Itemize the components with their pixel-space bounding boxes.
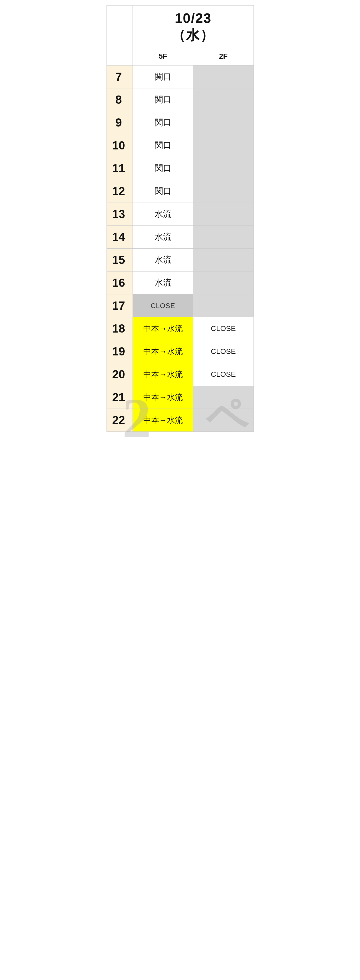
- time-cell-19: 19: [106, 340, 133, 363]
- f5-cell-17: CLOSE: [133, 294, 193, 317]
- floor-label-empty: [106, 47, 133, 65]
- f5-cell-11: 関口: [133, 157, 193, 180]
- time-cell-17: 17: [106, 294, 133, 317]
- f5-cell-10: 関口: [133, 134, 193, 157]
- time-cell-11: 11: [106, 157, 133, 180]
- f5-cell-8: 関口: [133, 88, 193, 111]
- header-empty: [106, 6, 133, 47]
- f2-cell-14: [193, 226, 254, 249]
- time-cell-7: 7: [106, 65, 133, 88]
- f5-cell-15: 水流: [133, 249, 193, 272]
- time-cell-9: 9: [106, 111, 133, 134]
- f2-cell-13: [193, 203, 254, 226]
- f5-cell-22: 中本→水流: [133, 409, 193, 432]
- f2-cell-8: [193, 88, 254, 111]
- f2-cell-11: [193, 157, 254, 180]
- f2-cell-19: CLOSE: [193, 340, 254, 363]
- f2-cell-22: [193, 409, 254, 432]
- f2-cell-12: [193, 180, 254, 203]
- f2-cell-20: CLOSE: [193, 363, 254, 386]
- floor-5f-label: 5F: [133, 47, 193, 65]
- f2-cell-15: [193, 249, 254, 272]
- f5-cell-16: 水流: [133, 272, 193, 294]
- f5-cell-19: 中本→水流: [133, 340, 193, 363]
- f5-cell-13: 水流: [133, 203, 193, 226]
- time-cell-14: 14: [106, 226, 133, 249]
- f5-cell-21: 中本→水流: [133, 386, 193, 409]
- f5-cell-9: 関口: [133, 111, 193, 134]
- f2-cell-18: CLOSE: [193, 317, 254, 340]
- f2-cell-16: [193, 272, 254, 294]
- f2-cell-9: [193, 111, 254, 134]
- time-cell-18: 18: [106, 317, 133, 340]
- time-cell-8: 8: [106, 88, 133, 111]
- f2-cell-7: [193, 65, 254, 88]
- time-cell-12: 12: [106, 180, 133, 203]
- time-cell-16: 16: [106, 272, 133, 294]
- f2-cell-17: [193, 294, 254, 317]
- time-cell-22: 22: [106, 409, 133, 432]
- f2-cell-21: [193, 386, 254, 409]
- time-cell-13: 13: [106, 203, 133, 226]
- f5-cell-7: 関口: [133, 65, 193, 88]
- time-cell-20: 20: [106, 363, 133, 386]
- schedule-table: 10/23 （水） 5F 2F 7関口8関口9関口10関口11関口12関口13水…: [106, 5, 254, 432]
- time-cell-10: 10: [106, 134, 133, 157]
- header-date: 10/23 （水）: [133, 6, 254, 47]
- f5-cell-20: 中本→水流: [133, 363, 193, 386]
- floor-2f-label: 2F: [193, 47, 254, 65]
- time-cell-15: 15: [106, 249, 133, 272]
- f5-cell-14: 水流: [133, 226, 193, 249]
- f5-cell-18: 中本→水流: [133, 317, 193, 340]
- time-cell-21: 21: [106, 386, 133, 409]
- f5-cell-12: 関口: [133, 180, 193, 203]
- f2-cell-10: [193, 134, 254, 157]
